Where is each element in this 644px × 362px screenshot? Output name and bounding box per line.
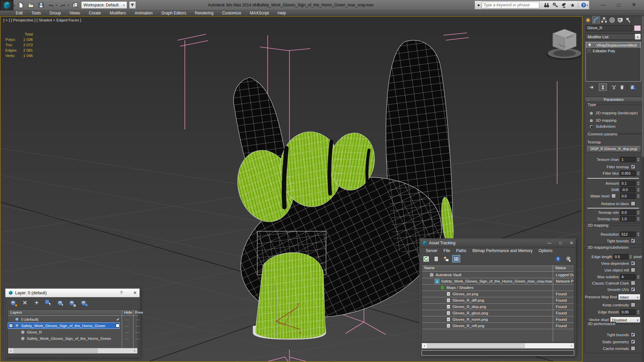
tab-create[interactable] (584, 16, 592, 24)
open-file-button[interactable] (27, 1, 35, 9)
scroll-right-icon[interactable]: › (569, 344, 574, 348)
menu-graph-editors[interactable]: Graph Editors (157, 11, 191, 15)
at-menu-file[interactable]: File (440, 248, 453, 253)
at-row-vault[interactable]: Autodesk Vault Logged Ou (422, 272, 574, 278)
new-scene-button[interactable] (17, 1, 25, 9)
show-end-result-button[interactable] (599, 83, 607, 91)
modifier-stack-item-editable-poly[interactable]: + Editable Poly (586, 48, 641, 54)
at-row-gloves-refl[interactable]: Gloves_R_refl.png Found (422, 323, 574, 329)
at-table-view-button[interactable] (452, 255, 460, 262)
project-folder-button[interactable] (71, 1, 79, 9)
lightbulb-icon[interactable] (587, 43, 592, 48)
redo-button[interactable] (59, 1, 67, 9)
resolution-spinner[interactable] (636, 232, 640, 237)
resolution-field[interactable]: 512 (620, 232, 636, 237)
texture-chan-field[interactable]: 1 (620, 157, 636, 162)
radio-3d-mapping[interactable] (589, 119, 593, 123)
at-row-maxfile[interactable]: Safety_Work_Gloves_Sign_of_the_Horns_Gre… (422, 278, 574, 285)
filter-texmap-checkbox[interactable] (631, 165, 635, 169)
at-menu-bitmap-performance[interactable]: Bitmap Performance and Memory (469, 248, 535, 253)
command-panel-scrollbar[interactable] (642, 16, 644, 362)
menu-customize[interactable]: Customize (218, 11, 246, 15)
undo-button[interactable] (47, 1, 55, 9)
asset-tracking-titlebar[interactable]: Asset Tracking — □ ✕ (420, 239, 575, 247)
menu-rendering[interactable]: Rendering (191, 11, 218, 15)
menu-group[interactable]: Group (45, 11, 65, 15)
help-dropdown-caret[interactable]: ▾ (587, 4, 588, 7)
search-icon[interactable] (542, 1, 551, 9)
tab-utilities[interactable] (624, 16, 632, 24)
radio-subdivision-label[interactable]: Subdivision (596, 124, 615, 128)
expand-icon[interactable]: + (587, 49, 591, 53)
layer-table[interactable]: Layers Hide Free 0 (default) ✔ — — − (7, 309, 138, 354)
menu-maxscript[interactable]: MAXScript (246, 11, 273, 15)
water-level-field[interactable]: 0.0 (620, 193, 636, 199)
classic-catmull-clark-checkbox[interactable] (631, 281, 635, 285)
layer-close-button[interactable]: ✕ (133, 290, 137, 295)
col-freeze[interactable]: Free (135, 310, 143, 314)
texmap-max-spinner[interactable] (636, 216, 640, 222)
layer-row-gloves-object[interactable]: Safety_Work_Gloves_Sign_of_the_Horns_Gre… (8, 335, 138, 342)
static-geometry-checkbox[interactable] (631, 340, 635, 344)
at-hierarchy-view-button[interactable] (442, 255, 450, 262)
viewport-label[interactable]: [ + ] [ Perspective ] [ Shaded + Edged F… (3, 18, 81, 22)
save-file-button[interactable] (37, 1, 45, 9)
at-menu-server[interactable]: Server (423, 248, 440, 253)
scroll-left-icon[interactable]: ‹ (422, 344, 427, 348)
parameters-rollout-header[interactable]: - Parameters (585, 97, 643, 102)
edge-thresh-spinner[interactable] (636, 309, 640, 315)
at-row-gloves-gloss[interactable]: Gloves_R_gloss.png Found (422, 310, 574, 316)
favorites-star-icon[interactable]: ★ (568, 1, 577, 9)
tight-bounds-checkbox[interactable] (631, 239, 635, 243)
application-menu-button[interactable] (0, 0, 13, 10)
radio-3d-mapping-label[interactable]: 3D mapping (596, 118, 616, 122)
edge-thresh-field[interactable]: 0.05 (620, 309, 636, 315)
pin-stack-button[interactable] (588, 83, 596, 91)
modifier-stack-item-vraydisplacementmod[interactable]: VRayDisplacementMod (586, 42, 641, 48)
at-help-button[interactable] (554, 255, 562, 262)
at-horizontal-scrollbar[interactable]: ‹ › (422, 343, 574, 349)
texmap-max-field[interactable]: 1.0 (620, 216, 636, 222)
freeze-toggle[interactable]: — (136, 337, 140, 341)
scroll-left-icon[interactable]: ‹ (8, 349, 13, 353)
at-col-status[interactable]: Status (555, 266, 566, 270)
at-report-view-button[interactable] (432, 255, 440, 262)
make-unique-button[interactable] (610, 83, 618, 91)
menu-animation[interactable]: Animation (130, 11, 157, 15)
texmap-button[interactable]: DISP_R (Gloves_R_disp.png) (587, 145, 641, 152)
layer-properties-button[interactable]: ✱ (79, 299, 88, 307)
menu-edit[interactable]: Edit (11, 11, 27, 15)
water-level-spinner[interactable] (636, 193, 640, 199)
highlight-selected-layer-button[interactable] (67, 299, 76, 307)
layer-row-default[interactable]: 0 (default) ✔ — — (8, 316, 138, 322)
hide-toggle[interactable]: — (125, 317, 129, 321)
max-subdivs-spinner[interactable] (636, 274, 640, 280)
layer-horizontal-scrollbar[interactable]: ‹ › (8, 348, 138, 354)
menu-tools[interactable]: Tools (27, 11, 45, 15)
search-go-icon[interactable]: ▶ (476, 2, 482, 8)
current-layer-box[interactable] (116, 324, 119, 327)
water-level-checkbox[interactable] (611, 194, 616, 198)
undo-dropdown-caret[interactable]: ▾ (56, 4, 57, 7)
at-row-maps-shaders[interactable]: Maps / Shaders (422, 285, 574, 291)
col-hide[interactable]: Hide (124, 310, 132, 314)
freeze-toggle[interactable]: — (136, 317, 140, 321)
menu-modifiers[interactable]: Modifiers (105, 11, 130, 15)
layer-window-titlebar[interactable]: Layer: 0 (default) ? ✕ (5, 289, 140, 297)
radio-2d-mapping-label[interactable]: 2D mapping (landscape) (596, 111, 638, 115)
amount-field[interactable]: 0.1 (620, 181, 636, 186)
maximize-button[interactable]: □ (614, 1, 623, 8)
filter-blur-field[interactable]: 0.001 (620, 171, 636, 176)
at-col-name[interactable]: Name (424, 266, 435, 270)
at-minimize-button[interactable]: — (547, 241, 551, 245)
tab-modify[interactable] (592, 16, 600, 24)
amount-spinner[interactable] (636, 181, 640, 186)
use-object-mtl-checkbox[interactable] (631, 268, 635, 272)
at-menu-paths[interactable]: Paths (453, 248, 470, 253)
asset-tracking-table[interactable]: Name Status Autodesk Vault Logged Ou Saf… (422, 264, 574, 342)
communication-center-icon[interactable] (559, 1, 568, 9)
menu-create[interactable]: Create (85, 11, 105, 15)
at-context-help-button[interactable] (565, 255, 573, 262)
hide-toggle[interactable]: — (125, 324, 129, 328)
remove-modifier-button[interactable] (618, 83, 626, 91)
